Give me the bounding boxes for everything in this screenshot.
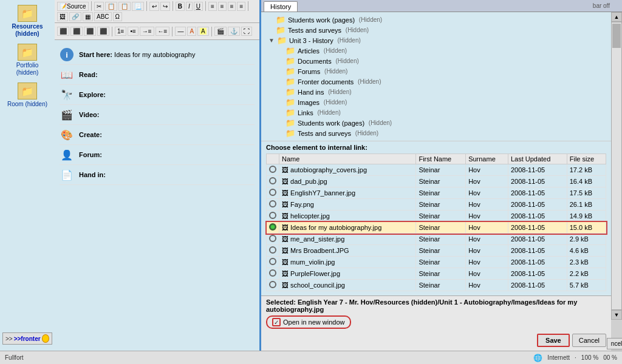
table-row[interactable]: 🖼 mum_violin.jpgSteinarHov2008-11-052.3 …: [267, 257, 606, 268]
radio-button[interactable]: [269, 246, 276, 254]
radio-button[interactable]: [269, 189, 276, 196]
forum-icon: 👤: [60, 147, 74, 162]
file-icon: 🖼: [282, 178, 290, 185]
align-justify-button[interactable]: ≡: [237, 2, 245, 11]
scroll-up-button[interactable]: ▲: [611, 12, 622, 22]
outdent-button[interactable]: ←≡: [156, 27, 170, 36]
bold-button[interactable]: B: [176, 2, 185, 11]
indent-button[interactable]: →≡: [140, 27, 154, 36]
radio-button[interactable]: [269, 269, 276, 277]
tree-item-handins[interactable]: 📁 Hand ins (Hidden): [266, 87, 606, 97]
align-left-button[interactable]: ≡: [208, 2, 217, 11]
file-table-row-selected[interactable]: 🖼 Ideas for my autobiography.jpgSteinarH…: [267, 222, 606, 234]
media-button[interactable]: 🎬: [214, 27, 227, 36]
redo-button[interactable]: ↪: [160, 2, 170, 11]
tree-item-fronter-docs[interactable]: 📁 Fronter documents (Hidden): [266, 76, 606, 87]
ol-button[interactable]: 1≡: [115, 27, 126, 36]
radio-button[interactable]: [269, 166, 276, 173]
special-char-button[interactable]: Ω: [113, 12, 122, 21]
cancel-right-button[interactable]: ncel: [607, 338, 622, 349]
radio-button[interactable]: [269, 258, 276, 265]
image-button[interactable]: 🖼: [57, 12, 68, 21]
hr-button[interactable]: —: [175, 27, 186, 36]
table-row[interactable]: 🖼 school_council.jpgSteinarHov2008-11-05…: [267, 280, 606, 291]
tree-item-students-work[interactable]: 📁 Students work (pages) (Hidden): [266, 15, 606, 25]
link-button[interactable]: 🔗: [69, 12, 81, 21]
cut-button[interactable]: ✂: [94, 2, 104, 11]
underline-button[interactable]: U: [194, 2, 203, 11]
sidebar-item-resources[interactable]: 📁 Resources(hidden): [2, 5, 52, 38]
table-row[interactable]: 🖼 Mrs Broadbent.JPGSteinarHov2008-11-054…: [267, 245, 606, 257]
tree-item-students-work-2[interactable]: 📁 Students work (pages) (Hidden): [266, 118, 606, 128]
tree-item-unit3-history[interactable]: ▼ 📁 Unit 3 - History (Hidden): [266, 35, 606, 46]
scroll-down-button[interactable]: ▼: [611, 310, 622, 320]
tree-item-forums[interactable]: 📁 Forums (Hidden): [266, 66, 606, 76]
cut-icon: ✂: [97, 3, 101, 10]
tab-history[interactable]: History: [264, 1, 298, 12]
open-new-window-checkbox[interactable]: ✓: [272, 318, 281, 326]
save-button[interactable]: Save: [537, 334, 570, 347]
align-right-2-button[interactable]: ⬛: [84, 27, 96, 36]
col-name[interactable]: Name: [279, 154, 416, 164]
col-firstname[interactable]: First Name: [416, 154, 466, 164]
italic-button[interactable]: I: [186, 2, 193, 11]
toolbar-separator-2: [146, 1, 147, 11]
tree-item-articles[interactable]: 📁 Articles (Hidden): [266, 46, 606, 56]
sidebar-item-portfolio[interactable]: 📁 Portfolio(hidden): [2, 44, 52, 76]
ul-button[interactable]: •≡: [128, 27, 138, 36]
col-surname[interactable]: Surname: [466, 154, 508, 164]
table-row[interactable]: 🖼 EnglishY7_banner.jpgSteinarHov2008-11-…: [267, 187, 606, 199]
paste-text-button[interactable]: 📃: [132, 2, 144, 11]
file-icon-cell: 🖼 mum_violin.jpg: [279, 257, 416, 268]
table-row[interactable]: 🖼 PurpleFlower.jpgSteinarHov2008-11-052.…: [267, 268, 606, 280]
fullscreen-button[interactable]: ⛶: [241, 27, 252, 36]
anchor-button[interactable]: ⚓: [228, 27, 240, 36]
file-icon: 🖼: [282, 189, 290, 197]
table-row[interactable]: 🖼 Fay.pngSteinarHov2008-11-0526.1 kB: [267, 199, 606, 211]
fronter-logo[interactable]: >> >>fronter: [2, 332, 52, 345]
hidden-label-3: (Hidden): [336, 37, 361, 44]
tree-item-tests-surveys[interactable]: 📁 Tests and surveys (Hidden): [266, 25, 606, 35]
undo-button[interactable]: ↩: [149, 2, 159, 11]
bar-off-label: bar off: [593, 2, 610, 9]
open-new-window-row[interactable]: ✓ Open in new window: [266, 315, 351, 329]
folder-icon-6: 📁: [285, 67, 295, 76]
radio-button[interactable]: [269, 212, 276, 219]
scroll-thumb[interactable]: [612, 24, 621, 48]
table-row[interactable]: 🖼 dad_pub.jpgSteinarHov2008-11-0516.4 kB: [267, 176, 606, 187]
col-updated[interactable]: Last Updated: [508, 154, 567, 164]
radio-button[interactable]: [269, 281, 276, 288]
bgcolor-button[interactable]: A: [197, 27, 209, 36]
radio-button[interactable]: [269, 235, 276, 242]
align-left-2-button[interactable]: ⬛: [57, 27, 69, 36]
folder-tree[interactable]: 📁 Students work (pages) (Hidden) 📁 Tests…: [261, 12, 611, 141]
scroll-track[interactable]: [611, 22, 622, 310]
radio-button[interactable]: [269, 177, 276, 184]
tree-item-documents[interactable]: 📁 Documents (Hidden): [266, 56, 606, 66]
color-button[interactable]: A: [187, 27, 196, 36]
col-size[interactable]: File size: [567, 154, 606, 164]
fullscreen-icon: ⛶: [244, 28, 250, 35]
align-right-button[interactable]: ≡: [228, 2, 236, 11]
read-icon: 📖: [60, 67, 74, 82]
cancel-button[interactable]: Cancel: [572, 334, 606, 347]
source-button[interactable]: 📝 Source: [57, 2, 89, 11]
align-justify-2-button[interactable]: ⬛: [97, 27, 109, 36]
spell-button[interactable]: ABC: [94, 12, 112, 21]
align-center-2-button[interactable]: ⬛: [70, 27, 83, 36]
file-cell-sur: Hov: [466, 234, 508, 245]
radio-button[interactable]: [269, 200, 276, 207]
tree-item-tests-surveys-2[interactable]: 📁 Tests and surveys (Hidden): [266, 128, 606, 138]
table-row[interactable]: 🖼 me_and_sister.jpgSteinarHov2008-11-052…: [267, 234, 606, 245]
link-icon: 🔗: [72, 13, 79, 20]
table-button[interactable]: ▦: [83, 12, 93, 21]
sidebar-item-room[interactable]: 📁 Room (hidden): [2, 83, 52, 108]
tree-item-links[interactable]: 📁 Links (Hidden): [266, 107, 606, 118]
align-center-button[interactable]: ≡: [218, 2, 227, 11]
radio-button[interactable]: [269, 223, 276, 231]
copy-button[interactable]: 📋: [105, 2, 117, 11]
table-row[interactable]: 🖼 autobiography_covers.jpgSteinarHov2008…: [267, 164, 606, 176]
tree-item-images[interactable]: 📁 Images (Hidden): [266, 97, 606, 107]
table-row[interactable]: 🖼 helicopter.jpgSteinarHov2008-11-0514.9…: [267, 211, 606, 222]
paste-button[interactable]: 📋: [118, 2, 131, 11]
